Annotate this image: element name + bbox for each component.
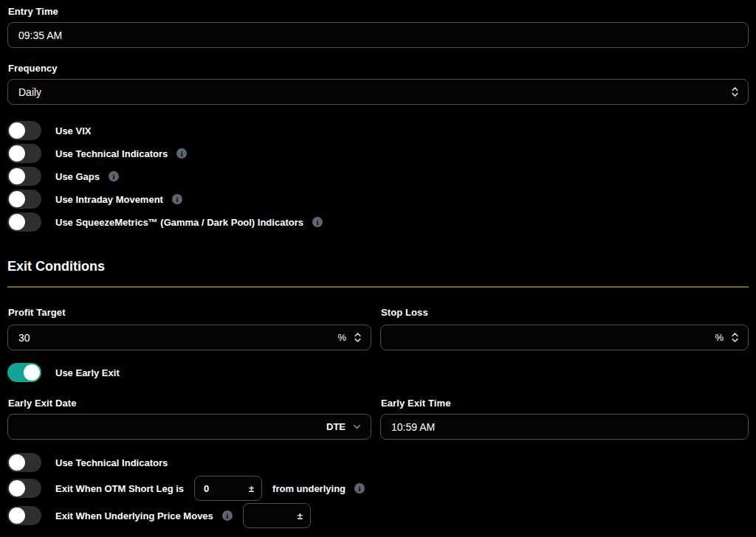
use-vix-toggle[interactable]: [7, 121, 41, 140]
from-underlying-text: from underlying: [272, 483, 346, 494]
toggle-row-use-technical-indicators: Use Technical Indicators i: [7, 144, 749, 163]
use-gaps-label: Use Gaps: [55, 171, 100, 182]
plus-minus-unit: ±: [298, 510, 303, 522]
entry-time-input[interactable]: [18, 30, 739, 41]
stop-loss-input[interactable]: [391, 332, 709, 344]
info-icon[interactable]: i: [172, 194, 182, 204]
entry-toggle-list: Use VIX Use Technical Indicators i Use G…: [7, 121, 749, 232]
early-exit-date-input[interactable]: [18, 421, 320, 433]
use-gaps-toggle[interactable]: [7, 167, 41, 186]
stop-loss-label: Stop Loss: [381, 307, 749, 318]
plus-minus-unit: ±: [249, 483, 254, 494]
profit-stoploss-row: Profit Target % Stop Loss %: [7, 307, 749, 350]
toggle-knob: [9, 191, 25, 207]
exit-otm-toggle[interactable]: [7, 479, 41, 498]
percent-unit: %: [337, 332, 346, 343]
early-exit-time-group: Early Exit Time: [380, 398, 749, 440]
info-icon[interactable]: i: [354, 483, 365, 493]
use-early-exit-toggle[interactable]: [7, 363, 41, 382]
select-updown-icon: [731, 86, 739, 98]
use-intraday-movement-toggle[interactable]: [7, 190, 41, 209]
toggle-knob: [9, 122, 25, 139]
use-intraday-movement-label: Use Intraday Movement: [55, 194, 163, 205]
entry-time-field[interactable]: [7, 22, 749, 48]
use-technical-indicators-label: Use Technical Indicators: [55, 148, 168, 159]
toggle-row-exit-use-technical-indicators: Use Technical Indicators: [7, 453, 749, 472]
early-exit-time-input[interactable]: [391, 421, 739, 433]
use-squeezemetrics-toggle[interactable]: [7, 212, 41, 232]
exit-underlying-label: Exit When Underlying Price Moves: [55, 510, 213, 522]
toggle-row-use-vix: Use VIX: [7, 121, 749, 140]
exit-conditions-heading: Exit Conditions: [7, 259, 749, 274]
frequency-group: Frequency: [7, 63, 749, 105]
early-exit-date-label: Early Exit Date: [8, 398, 371, 409]
underlying-move-field[interactable]: ±: [243, 503, 311, 528]
otm-distance-field[interactable]: ±: [194, 476, 262, 501]
entry-time-label: Entry Time: [8, 6, 749, 17]
toggle-row-exit-otm-short-leg: Exit When OTM Short Leg is ± from underl…: [7, 476, 749, 501]
toggle-knob: [9, 168, 25, 184]
profit-target-input[interactable]: [18, 332, 331, 344]
toggle-knob: [24, 364, 40, 381]
use-early-exit-label: Use Early Exit: [55, 367, 120, 378]
toggle-knob: [9, 480, 25, 496]
use-squeezemetrics-label: Use SqueezeMetrics™ (Gamma / Dark Pool) …: [55, 217, 303, 228]
toggle-row-exit-underlying-price-moves: Exit When Underlying Price Moves i ±: [7, 503, 749, 528]
entry-time-group: Entry Time: [7, 6, 749, 48]
toggle-row-use-squeezemetrics: Use SqueezeMetrics™ (Gamma / Dark Pool) …: [7, 212, 749, 232]
toggle-knob: [9, 145, 25, 162]
toggle-knob: [9, 214, 25, 230]
profit-target-label: Profit Target: [8, 307, 371, 318]
stepper-icon[interactable]: [354, 331, 362, 344]
exit-use-technical-indicators-label: Use Technical Indicators: [55, 457, 168, 468]
toggle-knob: [9, 507, 25, 524]
frequency-label: Frequency: [8, 63, 749, 74]
early-exit-date-field[interactable]: DTE: [7, 414, 371, 440]
profit-target-field[interactable]: %: [7, 325, 371, 350]
early-exit-time-field[interactable]: [380, 414, 749, 440]
chevron-down-icon[interactable]: [352, 422, 362, 432]
toggle-row-use-gaps: Use Gaps i: [7, 167, 749, 186]
stop-loss-group: Stop Loss %: [380, 307, 749, 350]
profit-target-group: Profit Target %: [7, 307, 371, 350]
toggle-row-use-intraday-movement: Use Intraday Movement i: [7, 190, 749, 209]
early-exit-time-label: Early Exit Time: [381, 398, 749, 409]
strategy-settings-form: Entry Time Frequency Use VIX Use Technic…: [0, 0, 756, 528]
toggle-row-use-early-exit: Use Early Exit: [7, 363, 749, 382]
info-icon[interactable]: i: [109, 171, 119, 181]
use-vix-label: Use VIX: [55, 125, 91, 136]
dte-unit: DTE: [326, 421, 346, 432]
frequency-select[interactable]: [7, 79, 749, 105]
percent-unit: %: [715, 332, 724, 343]
section-divider: [7, 286, 749, 288]
early-exit-date-group: Early Exit Date DTE: [7, 398, 371, 440]
underlying-move-input[interactable]: [252, 510, 298, 522]
toggle-knob: [9, 454, 25, 471]
info-icon[interactable]: i: [222, 510, 233, 521]
info-icon[interactable]: i: [312, 217, 323, 227]
frequency-value[interactable]: [18, 86, 731, 98]
otm-distance-input[interactable]: [204, 483, 249, 494]
exit-use-technical-indicators-toggle[interactable]: [7, 453, 41, 472]
exit-underlying-toggle[interactable]: [7, 506, 41, 525]
stop-loss-field[interactable]: %: [380, 325, 749, 350]
stepper-icon[interactable]: [731, 331, 739, 344]
early-exit-row: Early Exit Date DTE Early Exit Time: [7, 398, 749, 440]
info-icon[interactable]: i: [176, 148, 187, 159]
use-technical-indicators-toggle[interactable]: [7, 144, 41, 163]
exit-otm-label: Exit When OTM Short Leg is: [55, 483, 184, 494]
